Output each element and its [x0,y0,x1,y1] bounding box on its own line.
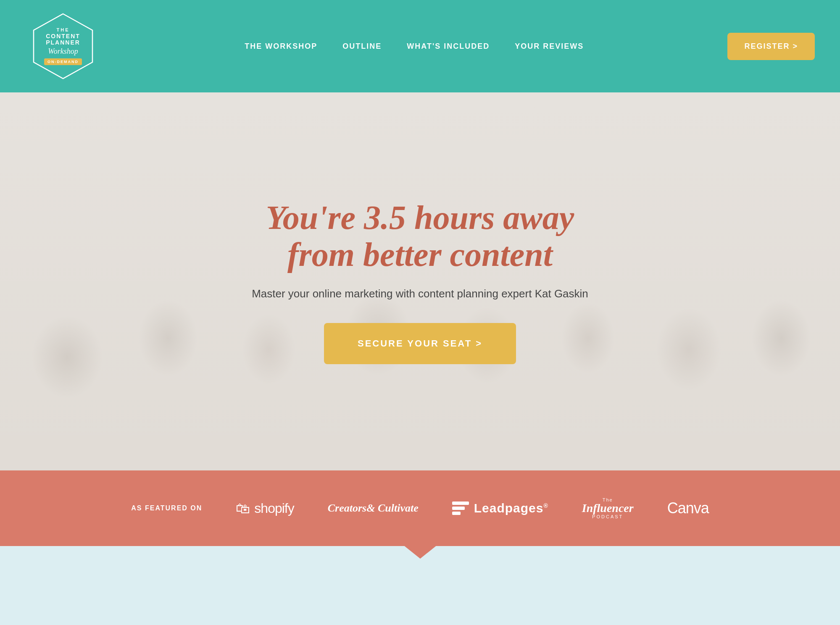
logo-workshop: Workshop [44,47,82,56]
nav-item-outline[interactable]: OUTLINE [342,42,382,51]
nav-item-whats-included[interactable]: WHAT'S INCLUDED [407,42,490,51]
leadpages-text: Leadpages® [474,501,548,515]
logo-planner: PLANNER [44,39,82,46]
shopify-bag-icon: 🛍 [236,500,250,517]
register-button[interactable]: REGISTER > [727,33,815,60]
hero-headline-line2: from better content [287,236,553,273]
featured-bar: AS FEATURED ON 🛍 shopify Creators& Culti… [0,470,840,546]
featured-label: AS FEATURED ON [131,504,202,512]
leadpages-logo: Leadpages® [452,501,548,515]
influencer-podcast-logo: The Influencer PODCAST [582,497,634,519]
cta-button[interactable]: SECURE YOUR SEAT > [324,323,516,364]
logo-the: THE [44,27,82,32]
canva-text: Canva [667,499,709,517]
leadpages-icon [452,501,469,515]
main-nav: THE WORKSHOP OUTLINE WHAT'S INCLUDED YOU… [101,42,727,51]
shopify-logo: 🛍 shopify [236,500,294,517]
logo[interactable]: THE CONTENT PLANNER Workshop ON-DEMAND [25,8,101,84]
influencer-podcast-text: PODCAST [582,514,634,519]
influencer-main: Influencer [582,502,634,514]
hero-headline: You're 3.5 hours away from better conten… [252,199,588,273]
creators-text: Creators& [328,502,375,514]
cultivate-text: Cultivate [378,502,419,514]
hero-section: You're 3.5 hours away from better conten… [0,92,840,470]
hero-content: You're 3.5 hours away from better conten… [235,182,605,381]
shopify-text: shopify [254,501,294,516]
logo-content: CONTENT [44,33,82,39]
canva-logo: Canva [667,499,709,517]
nav-item-workshop[interactable]: THE WORKSHOP [245,42,317,51]
logo-badge: ON-DEMAND [44,58,82,65]
nav-item-reviews[interactable]: YOUR REVIEWS [515,42,584,51]
site-header: THE CONTENT PLANNER Workshop ON-DEMAND T… [0,0,840,92]
hero-subheadline: Master your online marketing with conten… [252,286,588,302]
hero-headline-line1: You're 3.5 hours away [266,199,574,236]
creators-cultivate-logo: Creators& Cultivate [328,502,419,515]
